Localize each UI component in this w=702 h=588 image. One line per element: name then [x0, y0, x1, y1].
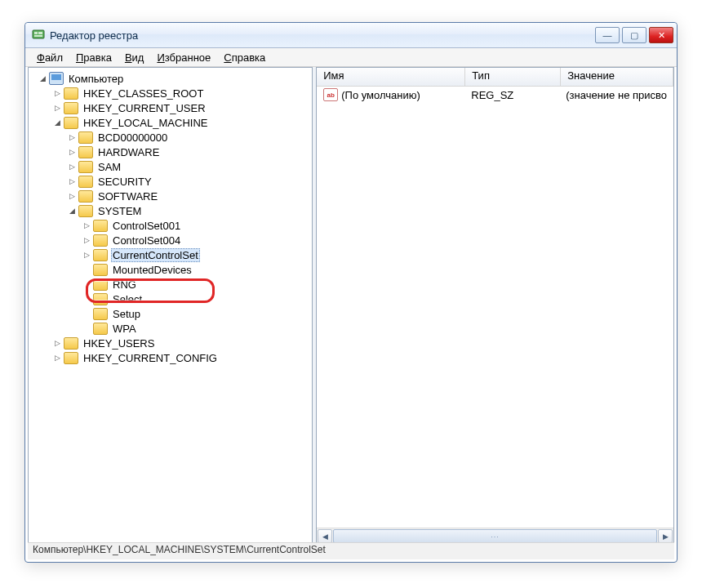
svg-rect-1	[34, 32, 38, 34]
folder-icon	[93, 293, 108, 305]
expand-icon[interactable]: ▷	[82, 221, 91, 230]
folder-icon	[64, 102, 78, 114]
folder-icon	[64, 117, 78, 129]
tree-subkey[interactable]: ▷ControlSet001	[29, 218, 312, 233]
folder-icon	[64, 337, 78, 350]
menu-help[interactable]: Справка	[217, 50, 272, 65]
regedit-window: Редактор реестра — ▢ ✕ Файл Правка Вид И…	[24, 22, 678, 563]
columns-header: Имя Тип Значение	[317, 68, 673, 87]
titlebar[interactable]: Редактор реестра — ▢ ✕	[25, 23, 677, 48]
folder-icon	[64, 352, 78, 364]
tree-subkey[interactable]: ▷Select	[29, 292, 312, 306]
tree-subkey[interactable]: ▷ControlSet004	[29, 233, 312, 247]
col-type[interactable]: Тип	[465, 68, 561, 86]
scroll-left-button[interactable]: ◀	[318, 529, 332, 543]
folder-icon	[93, 264, 108, 276]
tree-key[interactable]: ▷SECURITY	[29, 174, 312, 189]
expand-icon[interactable]: ▷	[82, 251, 91, 260]
tree-hive[interactable]: ▷HKEY_CURRENT_USER	[29, 100, 312, 115]
value-row-default[interactable]: ab(По умолчанию) REG_SZ (значение не при…	[317, 87, 673, 103]
folder-icon	[93, 249, 108, 261]
svg-rect-3	[34, 35, 42, 37]
values-pane: Имя Тип Значение ab(По умолчанию) REG_SZ…	[316, 67, 674, 544]
tree-key[interactable]: ▷SAM	[29, 159, 312, 174]
computer-icon	[49, 72, 64, 85]
folder-icon	[78, 131, 93, 144]
menubar: Файл Правка Вид Избранное Справка	[25, 48, 677, 67]
value-type: REG_SZ	[464, 89, 559, 101]
collapse-icon[interactable]: ◢	[53, 118, 62, 127]
folder-icon	[93, 234, 108, 247]
folder-icon	[93, 278, 108, 291]
tree-hive-hklm[interactable]: ◢HKEY_LOCAL_MACHINE	[29, 115, 312, 130]
expand-icon[interactable]: ▷	[53, 354, 62, 363]
window-buttons: — ▢ ✕	[593, 27, 673, 43]
folder-icon	[93, 323, 108, 335]
tree-hive[interactable]: ▷HKEY_CURRENT_CONFIG	[29, 350, 312, 365]
tree-pane[interactable]: ◢Компьютер ▷HKEY_CLASSES_ROOT ▷HKEY_CURR…	[28, 67, 313, 544]
maximize-button[interactable]: ▢	[622, 27, 646, 43]
minimize-button[interactable]: —	[595, 27, 620, 43]
window-title: Редактор реестра	[50, 29, 593, 42]
app-icon	[32, 29, 45, 42]
expand-icon[interactable]: ▷	[68, 133, 77, 142]
tree-key[interactable]: ▷SOFTWARE	[29, 189, 312, 203]
menu-file[interactable]: Файл	[30, 50, 69, 65]
svg-rect-2	[38, 32, 42, 34]
menu-edit[interactable]: Правка	[69, 50, 118, 65]
values-list[interactable]: ab(По умолчанию) REG_SZ (значение не при…	[317, 87, 673, 528]
scroll-thumb[interactable]: ···	[333, 529, 657, 543]
tree-hive[interactable]: ▷HKEY_CLASSES_ROOT	[29, 86, 312, 100]
value-data: (значение не присво	[559, 89, 673, 101]
close-button[interactable]: ✕	[649, 27, 673, 43]
folder-icon	[78, 190, 93, 203]
menu-view[interactable]: Вид	[118, 50, 151, 65]
col-value[interactable]: Значение	[561, 68, 673, 86]
folder-icon	[78, 176, 93, 188]
folder-icon	[64, 87, 78, 100]
col-name[interactable]: Имя	[317, 68, 465, 86]
client-area: ◢Компьютер ▷HKEY_CLASSES_ROOT ▷HKEY_CURR…	[28, 67, 674, 544]
scroll-right-button[interactable]: ▶	[658, 529, 673, 543]
folder-icon	[93, 308, 108, 320]
collapse-icon[interactable]: ◢	[68, 207, 77, 216]
tree-subkey-currentcontrolset[interactable]: ▷CurrentControlSet	[29, 247, 312, 262]
value-name: (По умолчанию)	[341, 89, 420, 101]
tree-root[interactable]: ◢Компьютер	[29, 71, 312, 86]
expand-icon[interactable]: ▷	[68, 148, 77, 157]
expand-icon[interactable]: ▷	[82, 236, 91, 245]
expand-icon[interactable]: ▷	[68, 177, 77, 186]
folder-icon	[93, 220, 108, 232]
tree-key[interactable]: ▷HARDWARE	[29, 145, 312, 159]
expand-icon[interactable]: ▷	[68, 163, 77, 172]
menu-favorites[interactable]: Избранное	[150, 50, 217, 65]
tree-subkey[interactable]: ▷RNG	[29, 277, 312, 292]
tree-subkey[interactable]: ▷Setup	[29, 306, 312, 321]
folder-icon	[78, 205, 93, 217]
tree-subkey[interactable]: ▷MountedDevices	[29, 262, 312, 277]
tree-key-system[interactable]: ◢SYSTEM	[29, 203, 312, 218]
horizontal-scrollbar[interactable]: ◀ ··· ▶	[317, 528, 673, 543]
tree-subkey[interactable]: ▷WPA	[29, 321, 312, 336]
folder-icon	[78, 161, 93, 173]
statusbar: Компьютер\HKEY_LOCAL_MACHINE\SYSTEM\Curr…	[28, 542, 674, 559]
expand-icon[interactable]: ▷	[68, 192, 77, 201]
folder-icon	[78, 146, 93, 158]
expand-icon[interactable]: ▷	[53, 104, 62, 113]
expand-icon[interactable]: ▷	[53, 339, 62, 348]
tree-hive[interactable]: ▷HKEY_USERS	[29, 336, 312, 350]
tree-key[interactable]: ▷BCD00000000	[29, 130, 312, 145]
reg-sz-icon: ab	[323, 88, 338, 101]
collapse-icon[interactable]: ◢	[38, 74, 47, 83]
expand-icon[interactable]: ▷	[53, 89, 62, 98]
